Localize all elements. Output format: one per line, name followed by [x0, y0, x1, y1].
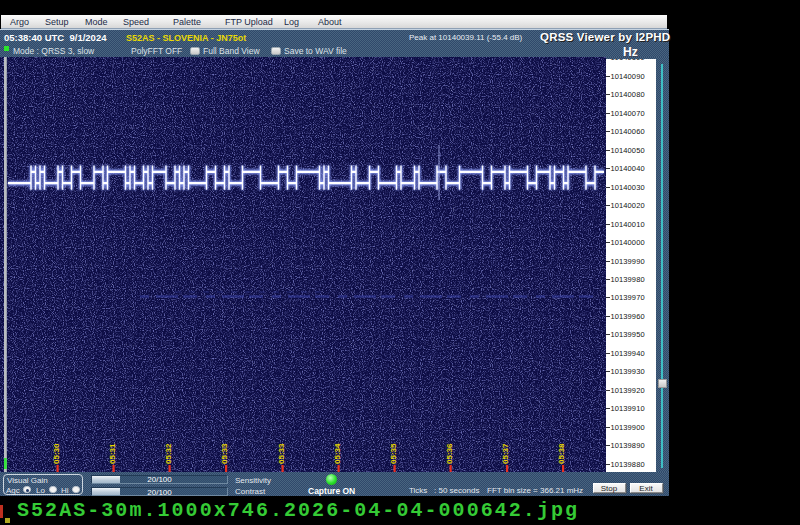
svg-text:05:30: 05:30	[52, 443, 61, 464]
svg-text:05:35: 05:35	[389, 443, 398, 464]
svg-text:05:32: 05:32	[164, 443, 173, 464]
svg-text:05:38: 05:38	[557, 443, 566, 464]
svg-text:05:36: 05:36	[445, 443, 454, 464]
svg-text:05:31: 05:31	[108, 443, 117, 464]
svg-text:05:34: 05:34	[333, 443, 342, 464]
svg-text:05:33: 05:33	[220, 443, 229, 464]
svg-text:05:33: 05:33	[277, 443, 286, 464]
svg-text:05:37: 05:37	[501, 443, 510, 464]
